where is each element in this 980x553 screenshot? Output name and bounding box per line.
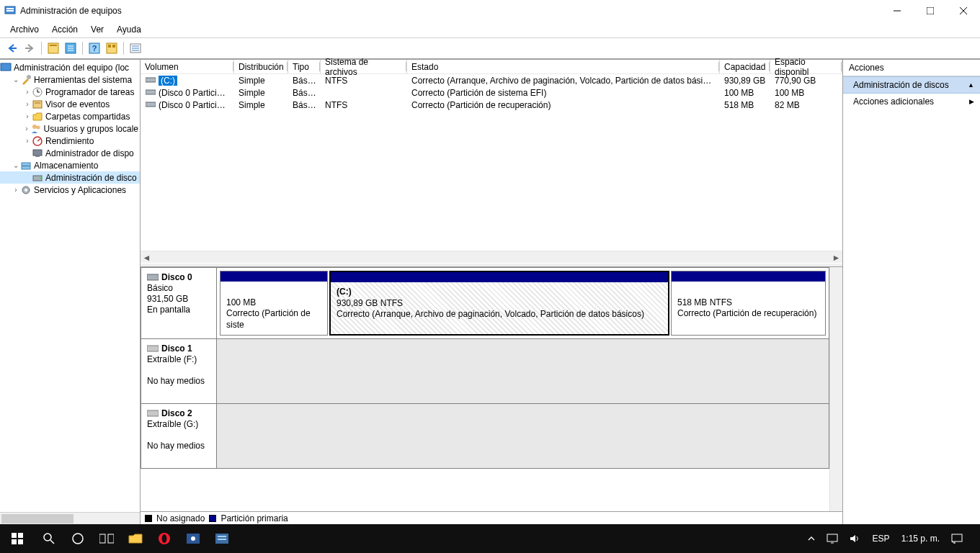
col-estado[interactable]: Estado xyxy=(407,60,720,73)
tree-carpetas[interactable]: ›Carpetas compartidas xyxy=(0,110,140,122)
expand-icon[interactable]: › xyxy=(23,112,32,120)
menu-bar: Archivo Acción Ver Ayuda xyxy=(0,22,980,37)
svg-rect-2 xyxy=(6,10,14,12)
taskbar-taskview[interactable] xyxy=(92,524,121,553)
tree-root[interactable]: Administración del equipo (loc xyxy=(0,61,140,73)
close-button[interactable] xyxy=(947,0,980,22)
window-title: Administración de equipos xyxy=(20,6,881,16)
maximize-button[interactable] xyxy=(914,0,947,22)
expand-icon[interactable]: › xyxy=(23,137,32,145)
volume-row[interactable]: (C:) Simple Básico NTFS Correcto (Arranq… xyxy=(141,74,842,86)
actions-panel: Acciones Administración de discos ▲ Acci… xyxy=(843,60,980,524)
col-disponible[interactable]: Espacio disponibl xyxy=(770,60,842,73)
taskbar-explorer[interactable] xyxy=(121,524,150,553)
collapse-icon[interactable]: ⌄ xyxy=(12,76,20,84)
menu-ayuda[interactable]: Ayuda xyxy=(111,23,147,36)
expand-icon[interactable]: › xyxy=(23,100,32,108)
minimize-button[interactable] xyxy=(881,0,914,22)
disk-info[interactable]: Disco 2 Extraíble (G:) No hay medios xyxy=(141,404,217,468)
nav-forward-button[interactable] xyxy=(22,40,37,56)
tree-hscrollbar[interactable] xyxy=(0,512,140,524)
tray-language[interactable]: ESP xyxy=(867,524,896,553)
disk-row[interactable]: Disco 2 Extraíble (G:) No hay medios xyxy=(141,404,829,469)
tree-rendimiento[interactable]: ›Rendimiento xyxy=(0,135,140,147)
svg-rect-45 xyxy=(146,102,156,107)
volume-row[interactable]: (Disco 0 Partición 4) Simple Básico NTFS… xyxy=(141,99,842,111)
taskbar-search[interactable] xyxy=(35,524,63,553)
svg-rect-36 xyxy=(35,156,40,157)
show-desktop-button[interactable] xyxy=(968,524,980,553)
volume-list[interactable]: Volumen Distribución Tipo Sistema de arc… xyxy=(141,60,842,263)
col-tipo[interactable]: Tipo xyxy=(288,60,321,73)
col-capacidad[interactable]: Capacidad xyxy=(720,60,770,73)
tree-admdisp[interactable]: Administrador de dispo xyxy=(0,147,140,159)
volume-name: (Disco 0 Partición 4) xyxy=(159,100,234,110)
expand-icon[interactable]: › xyxy=(23,125,30,132)
expand-icon[interactable]: › xyxy=(23,88,32,96)
nav-back-button[interactable] xyxy=(4,40,20,56)
device-mgr-icon xyxy=(32,148,43,159)
taskbar[interactable]: ESP 1:15 p. m. xyxy=(0,524,980,553)
col-distribucion[interactable]: Distribución xyxy=(234,60,288,73)
tree-servicios[interactable]: ›Servicios y Aplicaciones xyxy=(0,184,140,196)
menu-ver[interactable]: Ver xyxy=(85,23,110,36)
nav-tree[interactable]: Administración del equipo (loc ⌄ Herrami… xyxy=(0,60,141,524)
actions-more-item[interactable]: Acciones adicionales ▶ xyxy=(843,94,980,109)
col-fs[interactable]: Sistema de archivos xyxy=(321,60,407,73)
svg-rect-63 xyxy=(218,536,226,537)
partition-selected[interactable]: (C:)930,89 GB NTFSCorrecto (Arranque, Ar… xyxy=(329,271,669,336)
partition[interactable]: 518 MB NTFSCorrecto (Partición de recupe… xyxy=(671,271,826,336)
toolbar-list-button[interactable] xyxy=(128,40,143,56)
volume-hscrollbar[interactable]: ◄► xyxy=(141,251,842,263)
menu-accion[interactable]: Acción xyxy=(46,23,84,36)
legend-unallocated-label: No asignado xyxy=(156,513,205,523)
svg-rect-51 xyxy=(12,539,17,544)
collapse-icon[interactable]: ⌄ xyxy=(12,161,20,169)
svg-rect-44 xyxy=(146,90,156,94)
svg-rect-24 xyxy=(1,63,11,71)
svg-rect-57 xyxy=(108,534,114,543)
tree-usuarios[interactable]: ›Usuarios y grupos locale xyxy=(0,122,140,135)
svg-rect-65 xyxy=(827,534,837,541)
partition-stripe xyxy=(672,271,825,282)
toolbar-help-button[interactable]: ? xyxy=(86,40,102,56)
toolbar-refresh-button[interactable] xyxy=(63,40,79,56)
col-volumen[interactable]: Volumen xyxy=(141,60,234,73)
disk-info[interactable]: Disco 0 Básico 931,50 GB En pantalla xyxy=(141,268,217,338)
svg-rect-35 xyxy=(33,150,42,156)
actions-main-item[interactable]: Administración de discos ▲ xyxy=(843,76,980,94)
partition[interactable]: 100 MBCorrecto (Partición de siste xyxy=(220,271,328,336)
toolbar-settings-button[interactable] xyxy=(104,40,120,56)
tray-overflow[interactable] xyxy=(802,524,821,553)
disk-row[interactable]: Disco 1 Extraíble (F:) No hay medios xyxy=(141,339,829,404)
svg-rect-38 xyxy=(22,166,30,169)
disk-row[interactable]: Disco 0 Básico 931,50 GB En pantalla 100… xyxy=(141,267,829,339)
tray-notifications-icon[interactable] xyxy=(945,524,968,553)
tree-visor[interactable]: ›Visor de eventos xyxy=(0,98,140,110)
services-icon xyxy=(20,184,32,196)
tray-network-icon[interactable] xyxy=(821,524,844,553)
svg-point-32 xyxy=(36,125,40,129)
start-button[interactable] xyxy=(0,524,35,553)
taskbar-app2[interactable] xyxy=(208,524,236,553)
tree-herramientas[interactable]: ⌄ Herramientas del sistema xyxy=(0,73,140,86)
tree-admdiscos[interactable]: Administración de disco xyxy=(0,171,140,184)
expand-icon[interactable]: › xyxy=(12,186,20,194)
partition-stripe xyxy=(220,271,327,282)
tree-almacenamiento[interactable]: ⌄Almacenamiento xyxy=(0,159,140,171)
tray-clock[interactable]: 1:15 p. m. xyxy=(896,524,945,553)
taskbar-opera[interactable] xyxy=(150,524,179,553)
tree-programador[interactable]: ›Programador de tareas xyxy=(0,86,140,98)
tools-icon xyxy=(20,74,32,86)
tray-volume-icon[interactable] xyxy=(844,524,867,553)
taskbar-app1[interactable] xyxy=(179,524,208,553)
taskbar-cortana[interactable] xyxy=(63,524,92,553)
actions-header: Acciones xyxy=(843,60,980,76)
volume-row[interactable]: (Disco 0 Partición 1) Simple Básico Corr… xyxy=(141,86,842,99)
disk-info[interactable]: Disco 1 Extraíble (F:) No hay medios xyxy=(141,339,217,403)
disk-map[interactable]: Disco 0 Básico 931,50 GB En pantalla 100… xyxy=(141,267,842,511)
toolbar-view-button[interactable] xyxy=(45,40,61,56)
menu-archivo[interactable]: Archivo xyxy=(4,23,45,36)
volume-header[interactable]: Volumen Distribución Tipo Sistema de arc… xyxy=(141,60,842,74)
svg-rect-64 xyxy=(218,539,226,540)
